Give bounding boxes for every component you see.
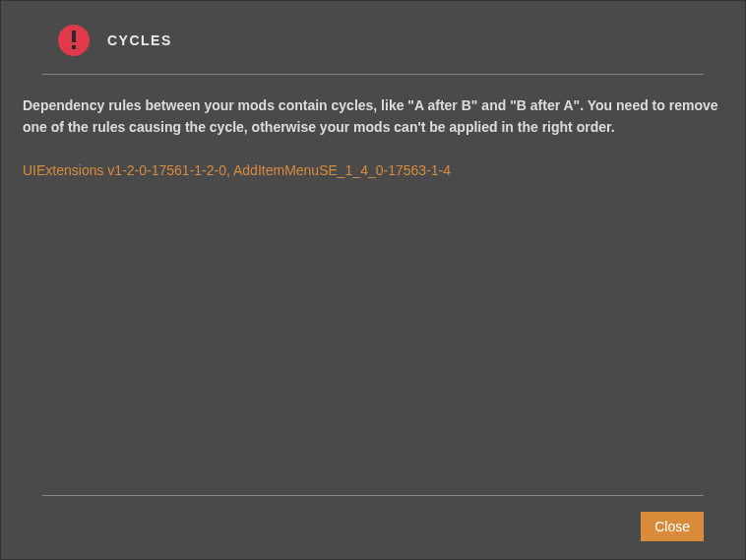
svg-rect-0 xyxy=(72,31,76,42)
dialog-title: CYCLES xyxy=(107,32,172,48)
dialog-header: CYCLES xyxy=(23,25,723,56)
dialog-footer: Close xyxy=(23,496,723,541)
svg-rect-1 xyxy=(72,45,76,49)
mod-cycle-list: UIExtensions v1-2-0-17561-1-2-0, AddItem… xyxy=(23,162,723,178)
dialog-content: Dependency rules between your mods conta… xyxy=(23,75,723,495)
dialog-message: Dependency rules between your mods conta… xyxy=(23,94,723,139)
cycles-dialog: CYCLES Dependency rules between your mod… xyxy=(0,0,746,560)
alert-icon xyxy=(58,25,90,56)
close-button[interactable]: Close xyxy=(641,512,704,541)
